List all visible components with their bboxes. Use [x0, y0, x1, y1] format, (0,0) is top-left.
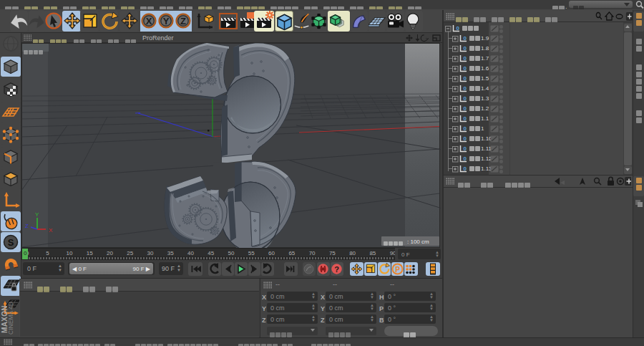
svg-text:0: 0 — [464, 55, 467, 62]
svg-text:Y: Y — [35, 211, 39, 218]
svg-text:70: 70 — [309, 250, 316, 256]
svg-text:0: 0 — [464, 45, 467, 52]
svg-text:P: P — [395, 266, 400, 274]
svg-text:Z: Z — [180, 16, 186, 27]
svg-text:40: 40 — [187, 250, 194, 256]
svg-text:85: 85 — [369, 250, 376, 256]
svg-text:45: 45 — [208, 250, 214, 256]
svg-text:0: 0 — [464, 85, 467, 92]
svg-text:S: S — [8, 237, 14, 248]
svg-text:Y: Y — [163, 16, 170, 27]
svg-text:60: 60 — [268, 250, 275, 256]
svg-text:X: X — [49, 227, 53, 234]
svg-text:0: 0 — [464, 125, 467, 132]
svg-text:65: 65 — [288, 250, 295, 256]
svg-text:50: 50 — [228, 250, 235, 256]
svg-text:0: 0 — [24, 250, 27, 256]
svg-text:0: 0 — [464, 105, 467, 112]
svg-text:0: 0 — [464, 75, 467, 82]
svg-text:0: 0 — [464, 35, 467, 42]
svg-text:10: 10 — [67, 250, 73, 256]
svg-text:0: 0 — [464, 115, 467, 122]
svg-text:15: 15 — [87, 250, 93, 256]
svg-text:0: 0 — [464, 135, 467, 142]
svg-text:35: 35 — [167, 250, 174, 256]
svg-text:?: ? — [334, 265, 339, 274]
svg-text:30: 30 — [147, 250, 154, 256]
svg-text:80: 80 — [349, 250, 356, 256]
svg-text:25: 25 — [127, 250, 133, 256]
svg-text:0: 0 — [464, 145, 467, 152]
svg-text:55: 55 — [248, 250, 255, 256]
svg-text:0: 0 — [457, 25, 460, 32]
svg-text:20: 20 — [107, 250, 113, 256]
svg-text:0: 0 — [464, 95, 467, 102]
svg-text:Z: Z — [25, 223, 29, 229]
svg-text:0: 0 — [464, 65, 467, 72]
svg-text:75: 75 — [329, 250, 336, 256]
svg-text:0: 0 — [464, 155, 467, 162]
svg-text:0: 0 — [464, 165, 467, 172]
svg-text:X: X — [146, 16, 152, 27]
svg-text:5: 5 — [46, 250, 49, 256]
